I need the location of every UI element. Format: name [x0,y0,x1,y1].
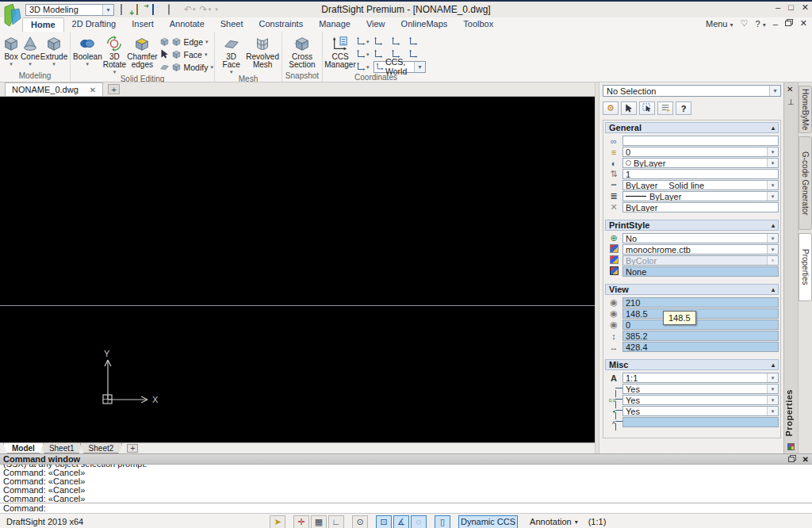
extrude-caret-icon[interactable]: ▾ [52,61,56,67]
ccs-tool-button[interactable]: ▾ [356,36,373,46]
grid-toggle-button[interactable]: ▦ [311,515,327,528]
tab-view[interactable]: View [358,17,393,32]
ccs-per-viewport-chevron-icon[interactable]: ▾ [767,407,778,415]
annotation-scale-chevron-icon[interactable]: ▾ [767,373,778,382]
palette-close-icon[interactable]: ✕ [787,85,793,94]
collapse-icon[interactable]: ▴ [772,362,775,369]
layer-combo[interactable]: 0 ▾ [622,147,779,157]
ccs-zaxis-button[interactable] [408,36,426,46]
rotate-3d-button[interactable]: 3D Rotate ▾ [103,33,126,75]
ccs-icon-visible-combo[interactable]: Yes ▾ [622,384,779,394]
line-color-combo-chevron-icon[interactable]: ▾ [767,159,778,167]
annotation-scale-combo[interactable]: 1:1 ▾ [622,373,779,383]
quick-select-button[interactable] [657,101,673,115]
box-caret-icon[interactable]: ▾ [10,61,13,67]
selection-combo-chevron-icon[interactable]: ▾ [769,86,780,96]
face-button[interactable]: Face ▾ [171,48,213,60]
sheet-tab-model[interactable]: Model [3,443,44,453]
select-entities-button[interactable] [621,101,637,115]
ccs-manager-button[interactable]: CCS Manager [325,33,355,69]
ccs-combo-chevron-icon[interactable]: ▾ [414,62,425,72]
ccs-icon-at-origin-combo[interactable]: Yes ▾ [622,395,779,405]
restore-document-icon[interactable] [785,21,791,26]
boolean-button[interactable]: Boolean ▾ [73,33,102,67]
document-tab-close-icon[interactable]: ✕ [90,86,96,94]
rotate-3d-caret-icon[interactable]: ▾ [113,69,117,75]
hyperlink-field[interactable] [622,136,779,146]
printstyle-override-combo[interactable]: No ▾ [622,233,779,243]
cone-button[interactable]: Cone ▾ [21,33,40,67]
section-header-printstyle[interactable]: PrintStyle ▴ [605,220,779,231]
collapse-icon[interactable]: ▴ [772,286,775,293]
box-button[interactable]: Box ▾ [2,33,20,67]
tab-insert[interactable]: Insert [124,17,162,32]
solid-clean-icon[interactable] [159,61,170,72]
redo-caret-icon[interactable]: ▾ [209,6,212,13]
etrack-toggle-button[interactable]: ∡ [393,515,409,528]
line-scale-field[interactable]: 1 [622,169,779,179]
cone-caret-icon[interactable]: ▾ [29,61,32,67]
polar-toggle-button[interactable]: ⊙ [352,515,368,528]
printstyle-file-chevron-icon[interactable]: ▾ [767,245,778,254]
side-tab-homebyme[interactable]: HomeByMe [799,86,812,133]
new-document-tab-button[interactable]: + [108,84,120,94]
drawing-canvas[interactable]: Y X [0,97,595,442]
minimize-window-icon[interactable]: – [776,2,780,13]
help-button[interactable]: ? ▾ [755,19,765,29]
settings-gear-button[interactable]: ⚙ [603,101,619,115]
undo-caret-icon[interactable]: ▾ [193,6,196,13]
command-window-titlebar[interactable]: Command window ✕ [0,454,812,465]
properties-help-button[interactable]: ? [676,101,691,115]
tab-home[interactable]: Home [22,17,64,32]
section-header-view[interactable]: View ▴ [605,284,779,295]
side-tab-properties[interactable]: Properties [799,233,812,301]
tab-sheet[interactable]: Sheet [213,17,251,32]
save-icon[interactable] [152,5,164,15]
line-weight-combo-chevron-icon[interactable]: ▾ [767,192,778,201]
solid-check-icon[interactable] [159,48,170,59]
favorites-heart-icon[interactable]: ♡ [741,18,749,29]
extrude-button[interactable]: Extrude ▾ [40,33,67,67]
layer-combo-chevron-icon[interactable]: ▾ [767,147,778,156]
print-style-field[interactable]: ByLayer [622,202,779,212]
section-header-general[interactable]: General ▴ [605,122,779,133]
ccs-named-button[interactable]: ▾ [356,49,373,59]
printstyle-file-combo[interactable]: monochrome.ctb ▾ [622,244,779,254]
print-icon[interactable] [168,5,180,15]
maximize-window-icon[interactable]: □ [788,2,794,13]
command-input[interactable]: Command: [0,503,812,513]
boolean-caret-icon[interactable]: ▾ [86,61,90,67]
selection-combo[interactable]: No Selection ▾ [603,85,781,97]
ccs-previous-button[interactable] [391,36,408,46]
new-file-icon[interactable] [121,5,132,15]
undo-button[interactable]: ↶▾ [184,4,196,15]
ccs-origin-button[interactable] [373,36,391,46]
face-caret-icon[interactable]: ▾ [205,52,208,57]
dynamic-ccs-button[interactable]: Dynamic CCS [458,515,518,528]
ortho-toggle-button[interactable]: ∟ [328,515,344,528]
workspace-selector[interactable]: 3D Modeling ▾ [25,4,114,16]
face-3d-caret-icon[interactable]: ▾ [230,69,233,75]
line-style-combo[interactable]: ByLayer Solid line ▾ [622,180,779,190]
close-window-icon[interactable]: ✕ [802,2,809,13]
edge-caret-icon[interactable]: ▾ [205,39,209,44]
tab-annotate[interactable]: Annotate [162,17,213,32]
collapse-icon[interactable]: ▴ [772,124,775,132]
face-3d-button[interactable]: 3D Face ▾ [217,33,245,75]
view-center-z-field[interactable]: 0 [622,319,779,330]
dynamic-input-toggle-button[interactable]: ▯ [435,515,450,528]
command-window-float-icon[interactable] [788,457,795,462]
ccs-per-viewport-combo[interactable]: Yes ▾ [622,406,779,416]
ccs-icon-visible-chevron-icon[interactable]: ▾ [767,385,778,393]
printstyle-override-chevron-icon[interactable]: ▾ [767,234,778,243]
view-center-x-field[interactable]: 210 [622,297,779,308]
redo-button[interactable]: ↷▾ [200,4,212,15]
open-file-icon[interactable] [136,5,148,15]
tab-onlinemaps[interactable]: OnlineMaps [393,17,456,32]
view-width-field[interactable]: 428.4 [622,342,779,352]
sheet-tab-sheet1[interactable]: Sheet1 [40,443,83,453]
solid-separate-icon[interactable] [159,36,170,47]
minimize-document-icon[interactable]: – [773,19,778,29]
line-style-combo-chevron-icon[interactable]: ▾ [767,181,778,189]
command-window-close-icon[interactable]: ✕ [802,455,809,464]
